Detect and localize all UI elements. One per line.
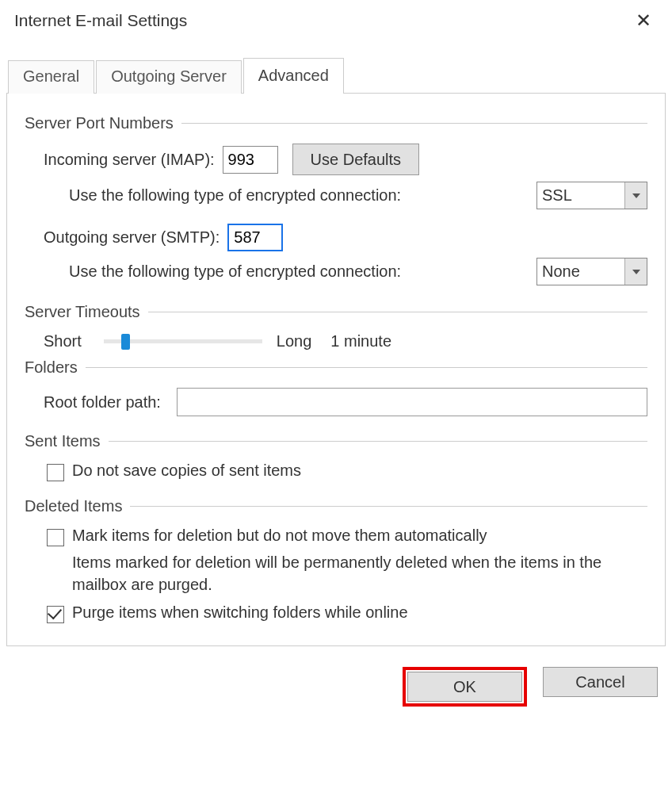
mark-for-deletion-checkbox[interactable] — [47, 529, 64, 546]
root-folder-label: Root folder path: — [44, 393, 161, 412]
tab-outgoing-server[interactable]: Outgoing Server — [96, 60, 242, 94]
close-icon[interactable]: ✕ — [628, 6, 659, 35]
timeout-short-label: Short — [44, 332, 82, 350]
group-folders: Folders — [25, 358, 78, 377]
outgoing-encryption-value: None — [537, 261, 624, 282]
group-server-timeouts: Server Timeouts — [25, 303, 140, 321]
outgoing-encryption-label: Use the following type of encrypted conn… — [69, 262, 401, 281]
group-deleted-items: Deleted Items — [25, 497, 122, 515]
timeout-slider[interactable] — [104, 339, 262, 343]
outgoing-server-port-input[interactable] — [227, 224, 283, 251]
purge-items-checkbox[interactable] — [47, 606, 64, 623]
mark-for-deletion-help: Items marked for deletion will be perman… — [72, 551, 643, 596]
timeout-value: 1 minute — [330, 332, 391, 350]
incoming-encryption-dropdown[interactable]: SSL — [536, 182, 647, 209]
outgoing-encryption-dropdown[interactable]: None — [536, 258, 647, 285]
ok-button[interactable]: OK — [407, 672, 522, 702]
incoming-encryption-label: Use the following type of encrypted conn… — [69, 186, 401, 205]
ok-button-highlight: OK — [403, 667, 527, 707]
outgoing-server-label: Outgoing server (SMTP): — [44, 228, 220, 247]
incoming-server-port-input[interactable] — [223, 146, 278, 174]
mark-for-deletion-label: Mark items for deletion but do not move … — [72, 527, 487, 545]
incoming-server-label: Incoming server (IMAP): — [44, 151, 215, 169]
chevron-down-icon — [624, 182, 647, 209]
no-save-sent-checkbox[interactable] — [47, 464, 64, 481]
chevron-down-icon — [624, 259, 647, 285]
tab-advanced[interactable]: Advanced — [243, 58, 344, 94]
use-defaults-button[interactable]: Use Defaults — [292, 144, 420, 175]
no-save-sent-label: Do not save copies of sent items — [72, 462, 301, 480]
divider — [181, 123, 647, 124]
divider — [86, 367, 647, 368]
group-sent-items: Sent Items — [25, 432, 101, 450]
timeout-long-label: Long — [277, 332, 312, 350]
slider-thumb[interactable] — [121, 334, 130, 350]
root-folder-input[interactable] — [177, 388, 647, 416]
divider — [130, 506, 647, 507]
purge-items-label: Purge items when switching folders while… — [72, 603, 408, 622]
dialog-title: Internet E-mail Settings — [14, 11, 187, 30]
cancel-button[interactable]: Cancel — [543, 667, 658, 697]
divider — [109, 441, 647, 442]
group-server-port-numbers: Server Port Numbers — [25, 114, 174, 132]
divider — [148, 312, 647, 312]
tab-general[interactable]: General — [8, 60, 94, 94]
incoming-encryption-value: SSL — [537, 185, 624, 206]
